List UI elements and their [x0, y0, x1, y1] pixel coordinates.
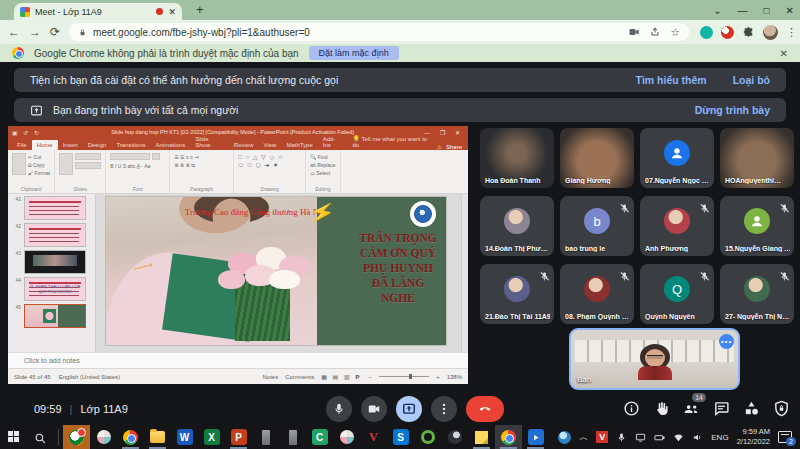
participant-tile[interactable]: Giang Hương [560, 128, 634, 188]
taskbar-word-icon[interactable]: W [171, 425, 198, 449]
raise-hand-button[interactable] [653, 400, 670, 417]
ppt-tab-transitions[interactable]: Transitions [111, 140, 150, 150]
participant-tile[interactable]: 15.Nguyễn Giang … [720, 196, 794, 256]
banner-close-icon[interactable]: ✕ [780, 48, 788, 59]
ppt-group-drawing[interactable]: □ ○ △ ▽ ◇ ☆⬭ ⬠ ⬡ ➔ ✦Drawing [234, 150, 306, 193]
slide-45[interactable]: Trường Cao đẳng Công thương Hà Nội TRÂN … [106, 197, 446, 345]
taskbar-chrome-icon[interactable] [117, 425, 144, 449]
tray-chevron-up-icon[interactable]: ︿ [579, 431, 588, 444]
profile-avatar[interactable] [763, 25, 778, 40]
set-default-button[interactable]: Đặt làm mặc định [309, 46, 399, 60]
ppt-zoom-level[interactable]: 138% [447, 374, 462, 380]
end-call-button[interactable] [466, 396, 504, 422]
chrome-chevron-icon[interactable]: ⌄ [713, 5, 721, 16]
taskbar-snip-app-icon[interactable] [90, 425, 117, 449]
bookmark-star-icon[interactable]: ☆ [670, 26, 680, 39]
ppt-comments-toggle[interactable]: Comments [285, 374, 314, 380]
remove-link[interactable]: Loại bỏ [733, 74, 770, 86]
participant-tile[interactable]: 07.Nguyễn Ngọc … [640, 128, 714, 188]
ppt-zoom-in[interactable]: + [436, 374, 440, 380]
participant-tile[interactable]: QQuỳnh Nguyên [640, 264, 714, 324]
taskbar-skype-icon[interactable]: S [387, 425, 414, 449]
ppt-language[interactable]: English (United States) [59, 374, 120, 380]
ppt-tab-insert[interactable]: Insert [58, 140, 83, 150]
taskbar-v-app-icon[interactable]: V [360, 425, 387, 449]
taskbar-c-app-icon[interactable]: C [306, 425, 333, 449]
ppt-tell-me[interactable]: 💡 Tell me what you want to do [347, 133, 436, 150]
ppt-thumbnail-44[interactable]: 44IX. PHẦN THẢO LUẬN CỦA QUÝ PHỤ HUYNH [8, 277, 95, 301]
participant-tile[interactable]: 14.Đoàn Thị Phư… [480, 196, 554, 256]
browser-menu-icon[interactable]: ⋮ [786, 26, 797, 39]
ppt-notes-pane[interactable]: Click to add notes [8, 352, 468, 368]
url-bar[interactable]: meet.google.com/fbe-jshy-wbj?pli=1&authu… [69, 23, 689, 41]
ppt-group-clipboard[interactable]: ✂ Cut⧉ Copy🖌 FormatClipboard [8, 150, 55, 193]
taskbar-media-app-icon[interactable] [333, 425, 360, 449]
activities-button[interactable] [743, 400, 760, 417]
ppt-thumbnail-panel[interactable]: 41424344IX. PHẦN THẢO LUẬN CỦA QUÝ PHỤ H… [8, 194, 96, 352]
tray-clock[interactable]: 9:59 AM 2/12/2022 [737, 427, 770, 447]
ppt-tab-design[interactable]: Design [83, 140, 112, 150]
taskbar-file-explorer-icon[interactable] [144, 425, 171, 449]
minimize-button[interactable]: — [738, 5, 748, 16]
ppt-group-paragraph[interactable]: ☰ ☰ ≡ ≡ ⇥≣ ≣ ≣ ⇆Paragraph [170, 150, 234, 193]
ppt-tab-add-ins[interactable]: Add-Ins [318, 134, 348, 150]
participant-tile[interactable]: Hoa Đoàn Thanh [480, 128, 554, 188]
participant-tile[interactable]: 21.Đào Thị Tài 11A9 [480, 264, 554, 324]
taskbar-powerpoint-icon[interactable]: P [225, 425, 252, 449]
ppt-zoom-slider[interactable] [379, 376, 429, 377]
tray-display-icon[interactable] [635, 432, 646, 443]
camera-button[interactable] [361, 396, 387, 422]
reload-button[interactable]: ⟳ [50, 26, 60, 38]
stop-presenting-link[interactable]: Dừng trình bày [695, 104, 770, 116]
tray-volume-icon[interactable] [692, 432, 703, 443]
more-options-button[interactable] [431, 396, 457, 422]
tray-language[interactable]: ENG [711, 433, 728, 442]
ppt-notes-toggle[interactable]: Notes [263, 374, 279, 380]
participant-tile[interactable]: 08. Phạm Quỳnh … [560, 264, 634, 324]
ppt-vertical-scrollbar[interactable] [461, 194, 468, 352]
taskbar-start-button[interactable] [0, 425, 27, 449]
self-view-tile[interactable]: Bạn ••• [569, 328, 740, 390]
tray-help-icon[interactable] [558, 431, 571, 444]
extension-teal-icon[interactable] [700, 26, 713, 39]
forward-button[interactable]: → [29, 26, 41, 38]
ppt-tab-home[interactable]: Home [32, 140, 58, 150]
meeting-details-button[interactable] [623, 400, 640, 417]
ppt-quick-access-icons[interactable]: ▣ ↺ ↻ [12, 129, 41, 136]
ppt-group-editing[interactable]: 🔍 Findab Replace▭ SelectEditing [306, 150, 340, 193]
ppt-tab-slide-show[interactable]: Slide Show [190, 134, 229, 150]
present-button[interactable] [396, 396, 422, 422]
taskbar-excel-icon[interactable]: X [198, 425, 225, 449]
tray-battery-icon[interactable] [654, 432, 665, 443]
maximize-button[interactable]: □ [764, 5, 770, 16]
taskbar-films-tv-icon[interactable] [522, 425, 549, 449]
taskbar-search-button[interactable] [27, 425, 54, 449]
ppt-tab-file[interactable]: File [12, 140, 32, 150]
taskbar-utility-1-icon[interactable] [252, 425, 279, 449]
taskbar-utility-2-icon[interactable] [279, 425, 306, 449]
taskbar-chrome-meet-window-icon[interactable] [495, 425, 522, 449]
ppt-view-buttons[interactable]: ▦ ▤ ▥ 𝗣 [321, 373, 361, 380]
close-button[interactable]: ✕ [786, 5, 794, 16]
ppt-tab-review[interactable]: Review [229, 140, 259, 150]
participant-tile[interactable]: Anh Phương [640, 196, 714, 256]
browser-tab[interactable]: Meet - Lớp 11A9 ✕ [14, 3, 182, 20]
participant-tile[interactable]: bbao trung le [560, 196, 634, 256]
extensions-puzzle-icon[interactable] [742, 26, 755, 39]
participant-tile[interactable]: HOAnguyenthi… [720, 128, 794, 188]
chat-button[interactable] [713, 400, 730, 417]
host-controls-button[interactable] [773, 400, 790, 417]
tray-network-icon[interactable] [673, 432, 684, 443]
participants-button[interactable]: 14 [683, 400, 700, 417]
self-options-button[interactable]: ••• [719, 334, 734, 349]
share-icon[interactable] [649, 26, 661, 38]
camera-permission-icon[interactable] [628, 26, 640, 38]
participant-tile[interactable]: 27- Nguyễn Thị N… [720, 264, 794, 324]
notification-center-icon[interactable]: 2 [778, 431, 792, 443]
new-tab-button[interactable]: + [196, 2, 204, 17]
tray-microphone-icon[interactable] [616, 432, 627, 443]
ppt-zoom-out[interactable]: − [369, 374, 373, 380]
taskbar-sticky-notes-icon[interactable] [468, 425, 495, 449]
ppt-group-font[interactable]: B I U S abc A̲ · AaFont [106, 150, 170, 193]
back-button[interactable]: ← [8, 26, 20, 38]
